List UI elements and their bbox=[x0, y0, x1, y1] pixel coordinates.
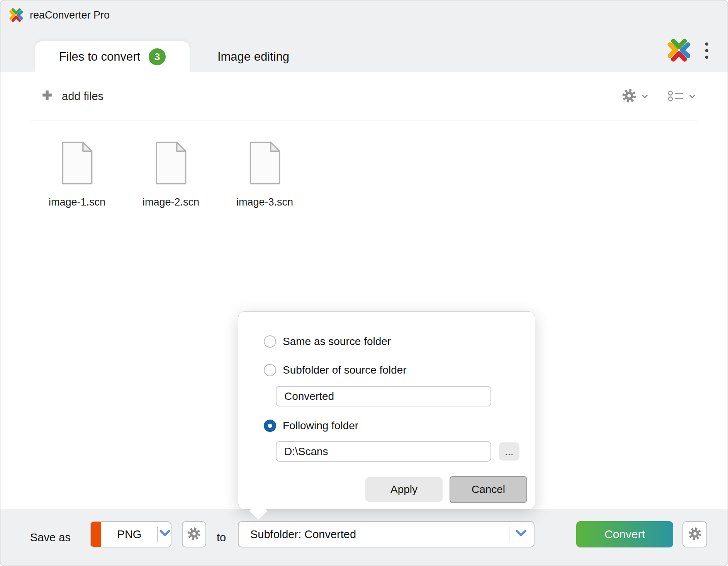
document-icon bbox=[247, 141, 283, 187]
radio-icon bbox=[264, 420, 276, 432]
tab-files-to-convert[interactable]: Files to convert 3 bbox=[35, 41, 190, 72]
file-name: image-1.scn bbox=[49, 196, 105, 208]
bottom-bar: Save as PNG to Subfolder: Converted Conv… bbox=[0, 509, 728, 566]
cancel-button[interactable]: Cancel bbox=[450, 476, 527, 503]
radio-icon bbox=[264, 364, 276, 376]
to-label: to bbox=[217, 509, 226, 566]
browse-folder-button[interactable]: ... bbox=[499, 442, 519, 461]
files-toolbar: add files bbox=[31, 72, 697, 121]
view-options-button[interactable] bbox=[667, 90, 696, 103]
destination-dropdown[interactable]: Subfolder: Converted bbox=[238, 521, 535, 547]
header: reaConverter Pro ✕ Files to convert 3 Im… bbox=[0, 0, 728, 72]
list-view-icon bbox=[667, 90, 684, 103]
chevron-down-icon[interactable] bbox=[159, 529, 171, 540]
tab-files-to-convert-label: Files to convert bbox=[59, 50, 140, 64]
format-value: PNG bbox=[101, 522, 158, 547]
destination-value: Subfolder: Converted bbox=[250, 522, 356, 547]
apply-button[interactable]: Apply bbox=[365, 477, 443, 502]
folder-path-input[interactable] bbox=[276, 441, 491, 462]
file-item[interactable]: image-3.scn bbox=[218, 141, 312, 208]
gear-icon bbox=[688, 527, 702, 542]
save-as-label: Save as bbox=[30, 509, 71, 566]
chevron-down-icon[interactable] bbox=[515, 529, 527, 540]
kebab-menu-button[interactable] bbox=[699, 40, 714, 61]
tab-image-editing-label: Image editing bbox=[217, 50, 289, 64]
convert-button[interactable]: Convert bbox=[576, 521, 673, 547]
radio-icon bbox=[264, 335, 276, 348]
radio-option-label: Same as source folder bbox=[283, 335, 391, 348]
file-name: image-2.scn bbox=[143, 196, 199, 208]
window-title: reaConverter Pro bbox=[30, 0, 110, 30]
gear-icon bbox=[621, 88, 637, 105]
divider bbox=[509, 527, 509, 542]
format-color-stripe bbox=[91, 522, 101, 547]
radio-option-label: Following folder bbox=[283, 420, 358, 432]
plus-icon bbox=[41, 89, 53, 104]
file-item[interactable]: image-1.scn bbox=[30, 141, 124, 208]
files-grid: image-1.scn image-2.scn image-3.scn bbox=[30, 141, 312, 208]
radio-option-following-folder[interactable]: Following folder bbox=[264, 419, 358, 432]
app-window: reaConverter Pro ✕ Files to convert 3 Im… bbox=[0, 0, 728, 566]
tab-image-editing[interactable]: Image editing bbox=[190, 41, 317, 72]
files-count-badge: 3 bbox=[149, 48, 166, 65]
document-icon bbox=[59, 141, 95, 187]
file-name: image-3.scn bbox=[236, 196, 293, 208]
convert-settings-button[interactable] bbox=[682, 521, 707, 547]
radio-option-same-as-source[interactable]: Same as source folder bbox=[264, 335, 391, 348]
add-files-button[interactable]: add files bbox=[31, 89, 104, 104]
toolbar-right-group bbox=[621, 88, 697, 105]
gear-icon bbox=[187, 527, 201, 542]
conversion-settings-button[interactable] bbox=[621, 88, 648, 105]
file-item[interactable]: image-2.scn bbox=[124, 141, 218, 208]
radio-option-label: Subfolder of source folder bbox=[283, 364, 407, 376]
add-files-label: add files bbox=[62, 90, 104, 103]
chevron-down-icon bbox=[689, 93, 696, 100]
radio-option-subfolder[interactable]: Subfolder of source folder bbox=[264, 364, 407, 377]
subfolder-name-input[interactable] bbox=[276, 386, 491, 406]
format-dropdown[interactable]: PNG bbox=[90, 521, 171, 547]
app-logo-icon bbox=[9, 8, 24, 22]
app-logo-icon bbox=[667, 38, 691, 63]
chevron-down-icon bbox=[641, 93, 648, 100]
format-settings-button[interactable] bbox=[182, 521, 206, 547]
document-icon bbox=[153, 141, 189, 187]
destination-folder-popup: Same as source folder Subfolder of sourc… bbox=[238, 311, 535, 510]
divider bbox=[157, 527, 158, 542]
